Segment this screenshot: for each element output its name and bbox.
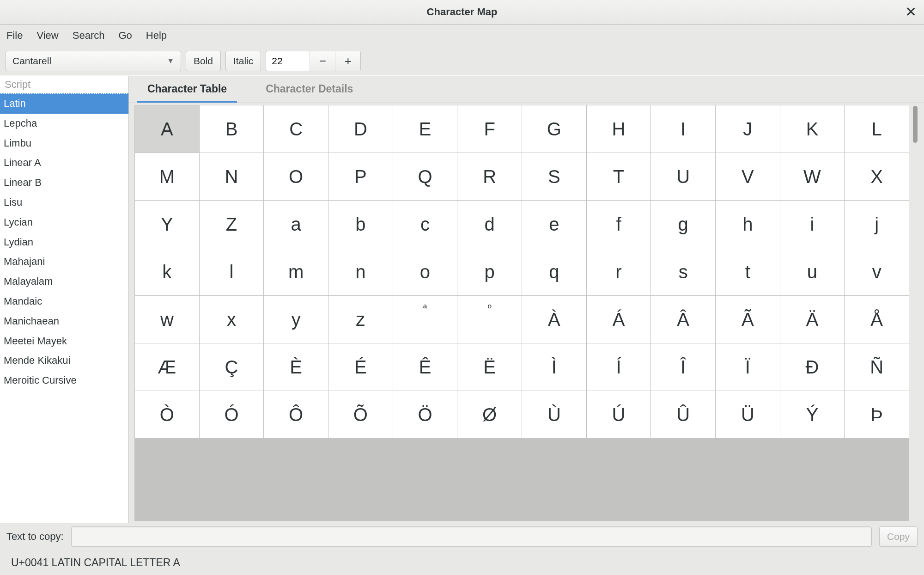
vertical-scrollbar[interactable] (911, 105, 920, 521)
char-cell[interactable]: U (651, 153, 715, 200)
char-cell[interactable]: L (845, 105, 909, 153)
char-cell[interactable]: s (651, 248, 715, 295)
char-cell[interactable]: Ø (457, 391, 522, 438)
sidebar-item-mandaic[interactable]: Mandaic (0, 292, 128, 312)
char-cell[interactable]: l (200, 248, 264, 295)
italic-button[interactable]: Italic (225, 51, 261, 71)
char-cell[interactable]: Ó (200, 391, 264, 438)
copy-button[interactable]: Copy (879, 526, 918, 547)
char-cell[interactable]: J (716, 105, 780, 153)
sidebar-item-limbu[interactable]: Limbu (0, 134, 128, 153)
char-cell[interactable]: B (200, 105, 264, 153)
char-cell[interactable]: N (200, 153, 264, 200)
tab-character-table[interactable]: Character Table (137, 76, 237, 103)
char-cell[interactable]: v (845, 248, 909, 295)
font-combo[interactable]: Cantarell ▼ (6, 51, 181, 71)
size-decrement[interactable]: − (310, 51, 335, 71)
char-cell[interactable]: r (587, 248, 651, 295)
char-cell[interactable]: Á (587, 296, 651, 343)
char-cell[interactable]: c (393, 201, 457, 248)
sidebar-item-lisu[interactable]: Lisu (0, 193, 128, 213)
char-cell[interactable]: y (264, 296, 328, 343)
char-cell[interactable]: P (328, 153, 393, 200)
sidebar-item-mahajani[interactable]: Mahajani (0, 252, 128, 272)
char-cell[interactable]: S (522, 153, 586, 200)
char-cell[interactable]: w (135, 296, 199, 343)
char-cell[interactable]: i (780, 201, 845, 248)
char-cell[interactable]: g (651, 201, 715, 248)
character-grid[interactable]: ABCDEFGHIJKLMNOPQRSTUVWXYZabcdefghijklmn… (134, 105, 909, 521)
char-cell[interactable]: È (264, 343, 328, 391)
char-cell[interactable]: O (264, 153, 328, 200)
tab-character-details[interactable]: Character Details (255, 76, 363, 103)
char-cell[interactable]: F (457, 105, 522, 153)
char-cell[interactable]: Q (393, 153, 457, 200)
close-icon[interactable]: ✕ (905, 5, 917, 19)
char-cell[interactable]: a (264, 201, 328, 248)
char-cell[interactable]: º (457, 296, 522, 343)
char-cell[interactable]: o (393, 248, 457, 295)
char-cell[interactable]: Ì (522, 343, 586, 391)
char-cell[interactable]: f (587, 201, 651, 248)
char-cell[interactable]: M (135, 153, 199, 200)
char-cell[interactable]: Õ (328, 391, 393, 438)
char-cell[interactable]: Í (587, 343, 651, 391)
menu-go[interactable]: Go (118, 30, 132, 42)
char-cell[interactable]: É (328, 343, 393, 391)
sidebar-item-meroitic-cursive[interactable]: Meroitic Cursive (0, 371, 128, 391)
sidebar-item-lydian[interactable]: Lydian (0, 232, 128, 252)
char-cell[interactable]: x (200, 296, 264, 343)
char-cell[interactable]: Ò (135, 391, 199, 438)
char-cell[interactable]: n (328, 248, 393, 295)
menu-help[interactable]: Help (146, 30, 167, 42)
char-cell[interactable]: Ö (393, 391, 457, 438)
char-cell[interactable]: t (716, 248, 780, 295)
char-cell[interactable]: Ñ (845, 343, 909, 391)
sidebar-item-mende-kikakui[interactable]: Mende Kikakui (0, 351, 128, 371)
char-cell[interactable]: Ô (264, 391, 328, 438)
sidebar-item-linear-a[interactable]: Linear A (0, 153, 128, 173)
menu-search[interactable]: Search (73, 30, 105, 42)
char-cell[interactable]: Ï (716, 343, 780, 391)
char-cell[interactable]: u (780, 248, 845, 295)
char-cell[interactable]: T (587, 153, 651, 200)
char-cell[interactable]: A (135, 105, 199, 153)
char-cell[interactable]: q (522, 248, 586, 295)
char-cell[interactable]: C (264, 105, 328, 153)
char-cell[interactable]: h (716, 201, 780, 248)
char-cell[interactable]: z (328, 296, 393, 343)
copy-input[interactable] (71, 526, 872, 547)
char-cell[interactable]: G (522, 105, 586, 153)
char-cell[interactable]: e (522, 201, 586, 248)
char-cell[interactable]: Æ (135, 343, 199, 391)
sidebar-item-lycian[interactable]: Lycian (0, 213, 128, 232)
char-cell[interactable]: H (587, 105, 651, 153)
char-cell[interactable]: p (457, 248, 522, 295)
char-cell[interactable]: Û (651, 391, 715, 438)
char-cell[interactable]: b (328, 201, 393, 248)
menu-view[interactable]: View (36, 30, 58, 42)
char-cell[interactable]: R (457, 153, 522, 200)
size-spin[interactable]: − + (266, 51, 361, 71)
char-cell[interactable]: Ú (587, 391, 651, 438)
char-cell[interactable]: ª (393, 296, 457, 343)
char-cell[interactable]: Â (651, 296, 715, 343)
char-cell[interactable]: Y (135, 201, 199, 248)
char-cell[interactable]: À (522, 296, 586, 343)
char-cell[interactable]: Ã (716, 296, 780, 343)
char-cell[interactable]: Î (651, 343, 715, 391)
char-cell[interactable]: Ü (716, 391, 780, 438)
sidebar-item-malayalam[interactable]: Malayalam (0, 272, 128, 292)
char-cell[interactable]: Ù (522, 391, 586, 438)
char-cell[interactable]: d (457, 201, 522, 248)
char-cell[interactable]: I (651, 105, 715, 153)
char-cell[interactable]: Ë (457, 343, 522, 391)
char-cell[interactable]: W (780, 153, 845, 200)
sidebar-item-linear-b[interactable]: Linear B (0, 173, 128, 193)
sidebar-item-meetei-mayek[interactable]: Meetei Mayek (0, 331, 128, 351)
char-cell[interactable]: Ä (780, 296, 845, 343)
char-cell[interactable]: j (845, 201, 909, 248)
char-cell[interactable]: m (264, 248, 328, 295)
script-list[interactable]: LatinLepchaLimbuLinear ALinear BLisuLyci… (0, 94, 128, 523)
char-cell[interactable]: Z (200, 201, 264, 248)
